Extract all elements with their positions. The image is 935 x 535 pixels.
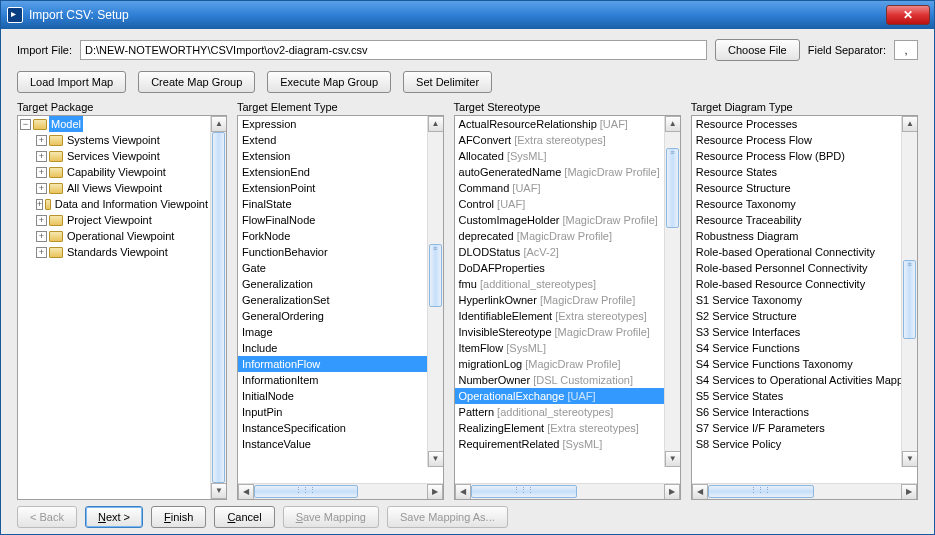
- create-map-group-button[interactable]: Create Map Group: [138, 71, 255, 93]
- scroll-down-icon[interactable]: ▼: [665, 451, 680, 467]
- list-item[interactable]: Image: [238, 324, 427, 340]
- cancel-button[interactable]: Cancel: [214, 506, 274, 528]
- list-item[interactable]: Include: [238, 340, 427, 356]
- list-item[interactable]: Resource States: [692, 164, 901, 180]
- list-item[interactable]: ExtensionEnd: [238, 164, 427, 180]
- tree-item[interactable]: +Systems Viewpoint: [34, 132, 210, 148]
- list-item[interactable]: GeneralizationSet: [238, 292, 427, 308]
- target-element-type-list[interactable]: ExpressionExtendExtensionExtensionEndExt…: [237, 115, 444, 500]
- execute-map-group-button[interactable]: Execute Map Group: [267, 71, 391, 93]
- scroll-left-icon[interactable]: ◀: [692, 484, 708, 500]
- load-import-map-button[interactable]: Load Import Map: [17, 71, 126, 93]
- list-item[interactable]: S4 Service Functions Taxonomy: [692, 356, 901, 372]
- list-item[interactable]: ExtensionPoint: [238, 180, 427, 196]
- list-item[interactable]: NumberOwner [DSL Customization]: [455, 372, 664, 388]
- list-item[interactable]: S3 Service Interfaces: [692, 324, 901, 340]
- list-item[interactable]: Expression: [238, 116, 427, 132]
- list-item[interactable]: Resource Process Flow (BPD): [692, 148, 901, 164]
- scrollbar-vertical[interactable]: ▲ ≡ ▼: [664, 116, 680, 467]
- choose-file-button[interactable]: Choose File: [715, 39, 800, 61]
- list-item[interactable]: FunctionBehavior: [238, 244, 427, 260]
- list-item[interactable]: Allocated [SysML]: [455, 148, 664, 164]
- list-item[interactable]: CustomImageHolder [MagicDraw Profile]: [455, 212, 664, 228]
- list-item[interactable]: Resource Traceability: [692, 212, 901, 228]
- target-diagram-type-list[interactable]: Resource ProcessesResource Process FlowR…: [691, 115, 918, 500]
- scroll-up-icon[interactable]: ▲: [428, 116, 443, 132]
- scroll-down-icon[interactable]: ▼: [211, 483, 226, 499]
- list-item[interactable]: IdentifiableElement [Extra stereotypes]: [455, 308, 664, 324]
- scroll-up-icon[interactable]: ▲: [211, 116, 226, 132]
- scroll-right-icon[interactable]: ▶: [901, 484, 917, 500]
- scroll-right-icon[interactable]: ▶: [427, 484, 443, 500]
- list-item[interactable]: Role-based Personnel Connectivity: [692, 260, 901, 276]
- finish-button[interactable]: Finish: [151, 506, 206, 528]
- next-button[interactable]: Next >: [85, 506, 143, 528]
- list-item[interactable]: fmu [additional_stereotypes]: [455, 276, 664, 292]
- scroll-left-icon[interactable]: ◀: [455, 484, 471, 500]
- list-item[interactable]: Resource Taxonomy: [692, 196, 901, 212]
- tree-expand-icon[interactable]: +: [36, 231, 47, 242]
- list-item[interactable]: GeneralOrdering: [238, 308, 427, 324]
- list-item[interactable]: migrationLog [MagicDraw Profile]: [455, 356, 664, 372]
- list-item[interactable]: HyperlinkOwner [MagicDraw Profile]: [455, 292, 664, 308]
- target-package-tree[interactable]: −Model+Systems Viewpoint+Services Viewpo…: [17, 115, 227, 500]
- scrollbar-horizontal[interactable]: ◀ ⋮⋮⋮ ▶: [238, 483, 443, 499]
- titlebar[interactable]: Import CSV: Setup ✕: [1, 1, 934, 29]
- scrollbar-horizontal[interactable]: ◀ ⋮⋮⋮ ▶: [455, 483, 680, 499]
- list-item[interactable]: AFConvert [Extra stereotypes]: [455, 132, 664, 148]
- scroll-up-icon[interactable]: ▲: [902, 116, 917, 132]
- scroll-right-icon[interactable]: ▶: [664, 484, 680, 500]
- list-item[interactable]: Gate: [238, 260, 427, 276]
- list-item[interactable]: S7 Service I/F Parameters: [692, 420, 901, 436]
- scrollbar-vertical[interactable]: ▲ ▼: [210, 116, 226, 499]
- tree-item[interactable]: +Capability Viewpoint: [34, 164, 210, 180]
- tree-expand-icon[interactable]: +: [36, 135, 47, 146]
- field-separator-input[interactable]: [894, 40, 918, 60]
- tree-expand-icon[interactable]: +: [36, 215, 47, 226]
- list-item[interactable]: OperationalExchange [UAF]: [455, 388, 664, 404]
- list-item[interactable]: InitialNode: [238, 388, 427, 404]
- list-item[interactable]: Role-based Operational Connectivity: [692, 244, 901, 260]
- scrollbar-horizontal[interactable]: ◀ ⋮⋮⋮ ▶: [692, 483, 917, 499]
- list-item[interactable]: S1 Service Taxonomy: [692, 292, 901, 308]
- list-item[interactable]: RealizingElement [Extra stereotypes]: [455, 420, 664, 436]
- list-item[interactable]: InvisibleStereotype [MagicDraw Profile]: [455, 324, 664, 340]
- list-item[interactable]: InformationFlow: [238, 356, 427, 372]
- list-item[interactable]: S6 Service Interactions: [692, 404, 901, 420]
- tree-collapse-icon[interactable]: −: [20, 119, 31, 130]
- list-item[interactable]: Resource Processes: [692, 116, 901, 132]
- list-item[interactable]: autoGeneratedName [MagicDraw Profile]: [455, 164, 664, 180]
- set-delimiter-button[interactable]: Set Delimiter: [403, 71, 492, 93]
- close-button[interactable]: ✕: [886, 5, 930, 25]
- list-item[interactable]: FinalState: [238, 196, 427, 212]
- tree-expand-icon[interactable]: +: [36, 167, 47, 178]
- list-item[interactable]: Resource Process Flow: [692, 132, 901, 148]
- tree-item[interactable]: +Standards Viewpoint: [34, 244, 210, 260]
- list-item[interactable]: ItemFlow [SysML]: [455, 340, 664, 356]
- list-item[interactable]: DLODStatus [AcV-2]: [455, 244, 664, 260]
- list-item[interactable]: Extend: [238, 132, 427, 148]
- tree-expand-icon[interactable]: +: [36, 247, 47, 258]
- list-item[interactable]: deprecated [MagicDraw Profile]: [455, 228, 664, 244]
- scroll-left-icon[interactable]: ◀: [238, 484, 254, 500]
- list-item[interactable]: Extension: [238, 148, 427, 164]
- tree-expand-icon[interactable]: +: [36, 151, 47, 162]
- tree-item[interactable]: +Services Viewpoint: [34, 148, 210, 164]
- list-item[interactable]: Robustness Diagram: [692, 228, 901, 244]
- list-item[interactable]: S4 Services to Operational Activities Ma…: [692, 372, 901, 388]
- tree-item-model[interactable]: −Model: [18, 116, 210, 132]
- list-item[interactable]: InstanceSpecification: [238, 420, 427, 436]
- list-item[interactable]: Role-based Resource Connectivity: [692, 276, 901, 292]
- list-item[interactable]: InputPin: [238, 404, 427, 420]
- scroll-up-icon[interactable]: ▲: [665, 116, 680, 132]
- list-item[interactable]: InformationItem: [238, 372, 427, 388]
- import-file-input[interactable]: [80, 40, 707, 60]
- list-item[interactable]: Resource Structure: [692, 180, 901, 196]
- list-item[interactable]: ActualResourceRelationship [UAF]: [455, 116, 664, 132]
- target-stereotype-list[interactable]: ActualResourceRelationship [UAF]AFConver…: [454, 115, 681, 500]
- list-item[interactable]: ForkNode: [238, 228, 427, 244]
- list-item[interactable]: Pattern [additional_stereotypes]: [455, 404, 664, 420]
- tree-item[interactable]: +Operational Viewpoint: [34, 228, 210, 244]
- list-item[interactable]: S2 Service Structure: [692, 308, 901, 324]
- list-item[interactable]: Control [UAF]: [455, 196, 664, 212]
